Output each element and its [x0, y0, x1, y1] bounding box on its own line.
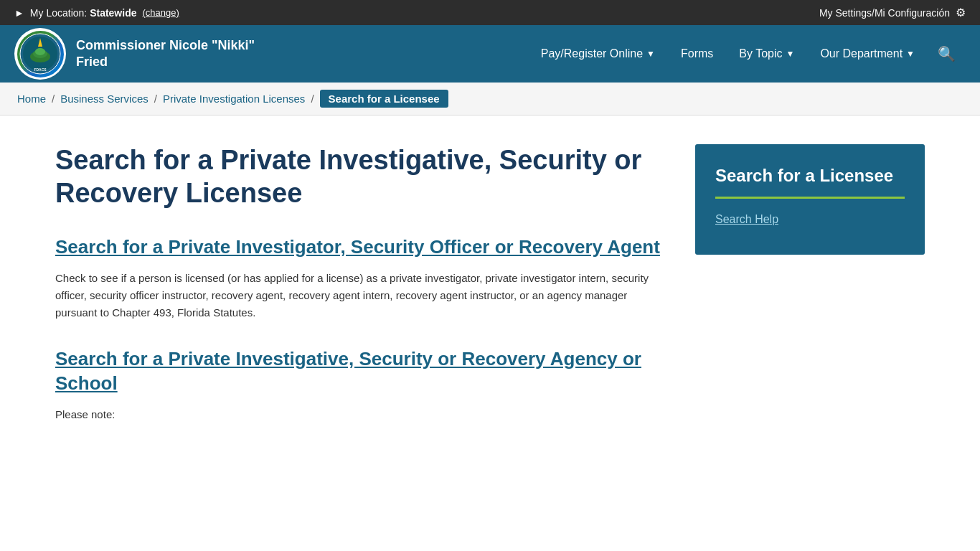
- logo-circle: FDACS: [14, 28, 66, 80]
- breadcrumb-business-services[interactable]: Business Services: [60, 93, 149, 105]
- breadcrumb-separator: /: [311, 93, 314, 105]
- search-icon[interactable]: 🔍: [928, 25, 966, 83]
- svg-point-4: [35, 48, 45, 55]
- commissioner-name: Commissioner Nicole "Nikki" Fried: [76, 37, 263, 71]
- location-bar: ► My Location: Statewide (change): [14, 7, 179, 19]
- breadcrumb-bar: Home / Business Services / Private Inves…: [0, 83, 980, 116]
- settings-bar: My Settings/Mi Configuración ⚙: [819, 6, 966, 19]
- svg-text:FDACS: FDACS: [34, 67, 47, 72]
- section-2-heading[interactable]: Search for a Private Investigative, Secu…: [55, 347, 666, 396]
- top-bar: ► My Location: Statewide (change) My Set…: [0, 0, 980, 25]
- sidebar-card: Search for a Licensee Search Help: [695, 144, 925, 255]
- main-nav: Pay/Register Online ▼ Forms By Topic ▼ O…: [528, 25, 966, 83]
- breadcrumb-separator: /: [52, 93, 55, 105]
- main-wrapper: Search for a Private Investigative, Secu…: [38, 144, 942, 449]
- nav-pay-register[interactable]: Pay/Register Online ▼: [528, 27, 668, 80]
- sidebar-card-title: Search for a Licensee: [715, 164, 905, 187]
- section-2-body: Please note:: [55, 406, 666, 423]
- site-header: FDACS Commissioner Nicole "Nikki" Fried …: [0, 25, 980, 83]
- gear-icon[interactable]: ⚙: [956, 6, 966, 19]
- breadcrumb-current: Search for a Licensee: [320, 90, 448, 108]
- sidebar-divider: [715, 197, 905, 199]
- header-logo: FDACS Commissioner Nicole "Nikki" Fried: [14, 28, 263, 80]
- section-1: Search for a Private Investigator, Secur…: [55, 235, 666, 321]
- section-1-heading[interactable]: Search for a Private Investigator, Secur…: [55, 235, 666, 260]
- logo-image: FDACS: [17, 31, 64, 77]
- breadcrumb: Home / Business Services / Private Inves…: [17, 90, 963, 108]
- section-1-body: Check to see if a person is licensed (or…: [55, 270, 666, 321]
- chevron-down-icon: ▼: [786, 49, 795, 59]
- pin-icon: ►: [14, 7, 24, 19]
- chevron-down-icon: ▼: [906, 49, 915, 59]
- search-help-link[interactable]: Search Help: [715, 213, 778, 225]
- section-2: Search for a Private Investigative, Secu…: [55, 347, 666, 423]
- location-text: My Location: Statewide: [30, 7, 137, 19]
- breadcrumb-pi-licenses[interactable]: Private Investigation Licenses: [163, 93, 305, 105]
- nav-forms[interactable]: Forms: [668, 27, 726, 80]
- breadcrumb-separator: /: [154, 93, 157, 105]
- breadcrumb-home[interactable]: Home: [17, 93, 46, 105]
- nav-our-department[interactable]: Our Department ▼: [807, 27, 928, 80]
- change-location-link[interactable]: (change): [142, 7, 179, 18]
- sidebar: Search for a Licensee Search Help: [695, 144, 925, 255]
- nav-by-topic[interactable]: By Topic ▼: [726, 27, 807, 80]
- page-title: Search for a Private Investigative, Secu…: [55, 144, 666, 209]
- chevron-down-icon: ▼: [646, 49, 655, 59]
- content-area: Search for a Private Investigative, Secu…: [55, 144, 666, 449]
- settings-label: My Settings/Mi Configuración: [819, 7, 950, 19]
